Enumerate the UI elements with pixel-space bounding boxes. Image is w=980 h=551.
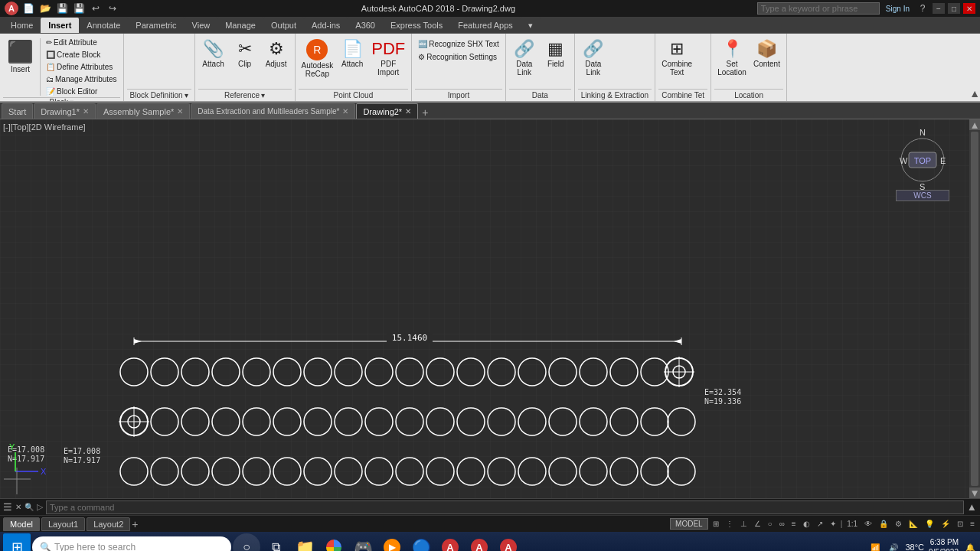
model-space-button[interactable]: MODEL <box>670 518 708 530</box>
adjust-button[interactable]: ⚙ Adjust <box>261 37 292 70</box>
command-menu-button[interactable]: ☰ <box>3 501 12 513</box>
new-button[interactable]: 📄 <box>21 2 35 15</box>
pdf-import-button[interactable]: PDF PDFImport <box>368 37 408 79</box>
annotation-scale-lock-button[interactable]: 🔒 <box>877 520 890 528</box>
tab-drawing1-close[interactable]: ✕ <box>83 107 89 116</box>
clip-button[interactable]: ✂ Clip <box>230 37 260 70</box>
layout-tab-layout2[interactable]: Layout2 <box>87 517 130 531</box>
recognize-shx-button[interactable]: 🔤 Recognize SHX Text <box>415 38 502 50</box>
tab-parametric[interactable]: Parametric <box>128 18 184 33</box>
file-explorer-button[interactable]: 📁 <box>291 533 318 551</box>
edit-attribute-button[interactable]: ✏ Edit Attribute <box>43 37 120 48</box>
tab-view[interactable]: View <box>185 18 218 33</box>
app1-button[interactable]: 🎮 <box>349 533 377 551</box>
osnap-button[interactable]: ○ <box>766 520 775 528</box>
scroll-down-button[interactable]: ▼ <box>969 487 980 498</box>
minimize-button[interactable]: − <box>933 3 945 14</box>
recognition-settings-button[interactable]: ⚙ Recognition Settings <box>415 51 500 63</box>
clean-screen-button[interactable]: ⊡ <box>955 520 965 528</box>
open-button[interactable]: 📂 <box>38 2 52 15</box>
tab-insert[interactable]: Insert <box>41 18 79 33</box>
task-view-button[interactable]: ⧉ <box>262 533 289 551</box>
gizmo-button[interactable]: ✦ <box>828 520 838 528</box>
volume-icon[interactable]: 🔊 <box>887 543 900 552</box>
tab-output[interactable]: Output <box>263 18 304 33</box>
otrack-button[interactable]: ∞ <box>777 520 787 528</box>
attach-button[interactable]: 📎 Attach <box>198 37 229 70</box>
content-button[interactable]: 📦 Content <box>750 37 783 70</box>
tab-home[interactable]: Home <box>3 18 41 33</box>
linking-button[interactable]: 🔗 DataLink <box>578 37 609 79</box>
block-editor-button[interactable]: 📝 Block Editor <box>43 86 120 97</box>
maximize-button[interactable]: □ <box>948 3 960 14</box>
command-close-button[interactable]: ✕ <box>15 503 21 511</box>
transparency-button[interactable]: ◐ <box>801 520 812 528</box>
snap-button[interactable]: ⋮ <box>724 520 736 528</box>
command-search-button[interactable]: 🔍 <box>24 503 34 511</box>
tab-expresstools[interactable]: Express Tools <box>383 18 450 33</box>
combine-text-button[interactable]: ⊞ CombineText <box>658 37 695 79</box>
reference-dropdown-icon[interactable]: ▾ <box>261 91 265 99</box>
attach-cloud-button[interactable]: 📄 Attach <box>337 37 368 70</box>
layout-add-button[interactable]: + <box>132 518 138 530</box>
create-block-button[interactable]: 🔲 Create Block <box>43 49 120 60</box>
scroll-thumb[interactable] <box>971 132 978 486</box>
layout-tab-layout1[interactable]: Layout1 <box>41 517 85 531</box>
undo-button[interactable]: ↩ <box>89 2 103 15</box>
customize-button[interactable]: ≡ <box>968 520 977 528</box>
close-button[interactable]: ✕ <box>963 3 975 14</box>
cortana-button[interactable]: ○ <box>233 533 260 551</box>
chrome-button[interactable] <box>320 533 348 551</box>
tab-drawing2[interactable]: Drawing2* ✕ <box>356 103 418 119</box>
sign-in-button[interactable]: Sign In <box>883 2 913 15</box>
set-location-button[interactable]: 📍 SetLocation <box>714 37 750 79</box>
grid-display-button[interactable]: ⊞ <box>710 520 721 528</box>
data-link-button[interactable]: 🔗 DataLink <box>509 37 540 79</box>
layout-tab-model[interactable]: Model <box>3 517 40 531</box>
scroll-up-button[interactable]: ▲ <box>969 119 980 130</box>
autodesk-recap-button[interactable]: R AutodeskReCap <box>299 37 337 80</box>
tab-manage[interactable]: Manage <box>217 18 263 33</box>
lineweight-button[interactable]: ≡ <box>789 520 799 528</box>
autocad-taskbar-button[interactable]: A <box>436 533 464 551</box>
tab-a360[interactable]: A360 <box>348 18 383 33</box>
tab-annotate[interactable]: Annotate <box>79 18 128 33</box>
tab-more[interactable]: ▾ <box>521 18 541 33</box>
tab-dataextraction[interactable]: Data Extraction and Multileaders Sample*… <box>191 103 355 119</box>
save-as-button[interactable]: 💾 <box>72 2 86 15</box>
define-attributes-button[interactable]: 📋 Define Attributes <box>43 61 120 73</box>
tab-start[interactable]: Start <box>2 103 33 119</box>
network-icon[interactable]: 📶 <box>868 543 882 552</box>
tab-assembly-close[interactable]: ✕ <box>177 107 183 116</box>
tab-assembly[interactable]: Assembly Sample* ✕ <box>96 103 190 119</box>
field-button[interactable]: ▦ Field <box>541 37 571 70</box>
command-input[interactable] <box>46 500 964 514</box>
manage-attributes-button[interactable]: 🗂 Manage Attributes <box>43 73 120 85</box>
tab-dataextraction-close[interactable]: ✕ <box>342 107 348 116</box>
workspace-button[interactable]: ⚙ <box>893 520 904 528</box>
block-definition-dropdown-icon[interactable]: ▾ <box>185 91 188 99</box>
tab-addins[interactable]: Add-ins <box>304 18 348 33</box>
new-tab-button[interactable]: + <box>419 106 431 119</box>
ortho-button[interactable]: ⊥ <box>738 520 750 528</box>
notification-button[interactable]: 🔔 <box>963 543 977 552</box>
graphics-performance-button[interactable]: ⚡ <box>939 520 952 528</box>
insert-button[interactable]: ⬛ Insert <box>3 37 38 76</box>
tab-drawing2-close[interactable]: ✕ <box>405 107 411 116</box>
vertical-scrollbar[interactable]: ▲ ▼ <box>969 119 980 498</box>
start-button[interactable]: ⊞ <box>3 533 31 551</box>
polar-button[interactable]: ∠ <box>752 520 763 528</box>
isolate-button[interactable]: 💡 <box>923 520 936 528</box>
save-button[interactable]: 💾 <box>55 2 69 15</box>
keyword-search[interactable] <box>757 2 880 15</box>
vlc-button[interactable]: ▶ <box>378 533 406 551</box>
app2-button[interactable]: 🔵 <box>407 533 435 551</box>
tab-featuredapps[interactable]: Featured Apps <box>450 18 521 33</box>
command-expand-button[interactable]: ▲ <box>967 501 977 513</box>
time-display[interactable]: 6:38 PM 9/5/2022 <box>929 537 959 551</box>
redo-button[interactable]: ↪ <box>106 2 119 15</box>
app3-button[interactable]: A <box>466 533 493 551</box>
annotation-visibility-button[interactable]: 👁 <box>862 520 874 528</box>
ribbon-collapse-button[interactable]: ▲ <box>969 87 980 99</box>
units-button[interactable]: 📐 <box>906 520 920 528</box>
